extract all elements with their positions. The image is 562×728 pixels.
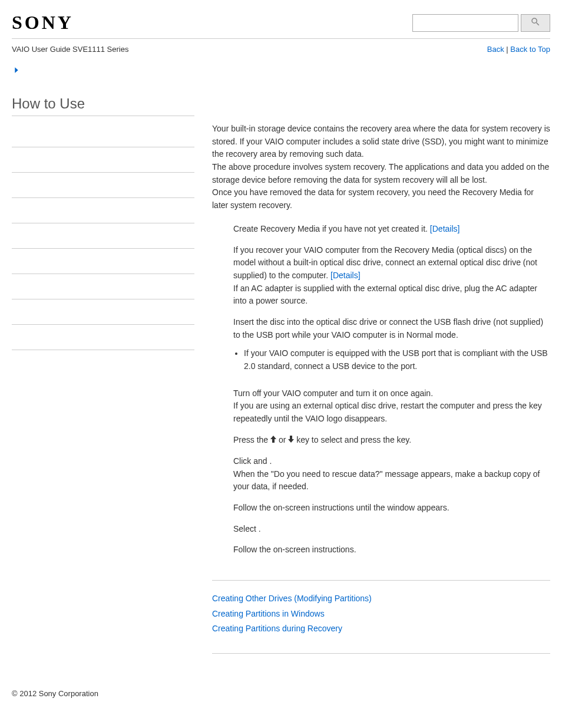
sidebar-item[interactable] (12, 147, 194, 173)
sidebar-item[interactable] (12, 223, 194, 249)
top-bar: SONY (12, 12, 550, 39)
related-links: Creating Other Drives (Modifying Partiti… (212, 592, 550, 635)
intro-p1: Your built-in storage device contains th… (212, 123, 550, 161)
step-text: Follow the on-screen instructions. (233, 545, 356, 554)
sub-bar: VAIO User Guide SVE1111 Series Back | Ba… (12, 39, 550, 65)
step-6: Click and . When the "Do you need to res… (212, 453, 550, 499)
related-link[interactable]: Creating Other Drives (Modifying Partiti… (212, 592, 550, 605)
step-1: Create Recovery Media if you have not ye… (212, 220, 550, 242)
step-text: If you are using an external optical dis… (233, 401, 542, 423)
sidebar-item[interactable] (12, 325, 194, 350)
step-text: Follow the on-screen instructions until … (233, 503, 449, 512)
intro-text: Your built-in storage device contains th… (212, 123, 550, 212)
step-text: Turn off your VAIO computer and turn it … (233, 388, 433, 398)
back-to-top-link[interactable]: Back to Top (510, 45, 550, 54)
sidebar: How to Use (12, 95, 194, 350)
sidebar-item[interactable] (12, 249, 194, 274)
sidebar-item[interactable] (12, 198, 194, 223)
details-link[interactable]: [Details] (430, 224, 460, 233)
note-item: If your VAIO computer is equipped with t… (244, 347, 550, 373)
nav-links: Back | Back to Top (487, 45, 550, 54)
sidebar-item[interactable] (12, 122, 194, 147)
step-text: If an AC adapter is supplied with the ex… (233, 284, 537, 306)
search-area (412, 14, 550, 32)
step-8: Select . (212, 521, 550, 542)
step-2: If you recover your VAIO computer from t… (212, 242, 550, 314)
step-3: Insert the disc into the optical disc dr… (212, 314, 550, 385)
step-text: Create Recovery Media if you have not ye… (233, 224, 430, 233)
main-content: Your built-in storage device contains th… (194, 95, 550, 666)
sidebar-item[interactable] (12, 299, 194, 325)
intro-p2: The above procedure involves system reco… (212, 161, 550, 186)
search-icon (530, 17, 541, 29)
sidebar-item[interactable] (12, 173, 194, 198)
sidebar-title: How to Use (12, 95, 194, 116)
intro-p3: Once you have removed the data for syste… (212, 186, 550, 212)
related-link[interactable]: Creating Partitions during Recovery (212, 622, 550, 635)
chevron-right-icon (12, 65, 21, 78)
copyright: © 2012 Sony Corporation (12, 689, 550, 698)
step-text: key to select and press the key. (294, 435, 411, 444)
step-7: Follow the on-screen instructions until … (212, 499, 550, 521)
step-text: Press the (233, 435, 270, 444)
step-text: When the "Do you need to rescue data?" m… (233, 469, 540, 492)
step-9: Follow the on-screen instructions. (212, 541, 550, 562)
search-input[interactable] (412, 14, 518, 32)
step-text: Click and . (233, 456, 272, 466)
guide-title: VAIO User Guide SVE1111 Series (12, 45, 128, 54)
separator-line (212, 580, 550, 581)
back-link[interactable]: Back (487, 45, 504, 54)
search-button[interactable] (521, 14, 550, 32)
separator-line (212, 653, 550, 654)
step-5: Press the or key to select and press the… (212, 431, 550, 453)
step-text: Insert the disc into the optical disc dr… (233, 317, 543, 340)
sony-logo: SONY (12, 12, 74, 34)
related-link[interactable]: Creating Partitions in Windows (212, 608, 550, 621)
step-text: or (276, 435, 288, 444)
step-text: Select . (233, 524, 261, 533)
arrow-down-icon (288, 434, 294, 447)
arrow-up-icon (270, 434, 276, 447)
sidebar-item[interactable] (12, 274, 194, 299)
step-text: If you recover your VAIO computer from t… (233, 245, 537, 280)
details-link[interactable]: [Details] (330, 271, 361, 280)
step-4: Turn off your VAIO computer and turn it … (212, 385, 550, 431)
